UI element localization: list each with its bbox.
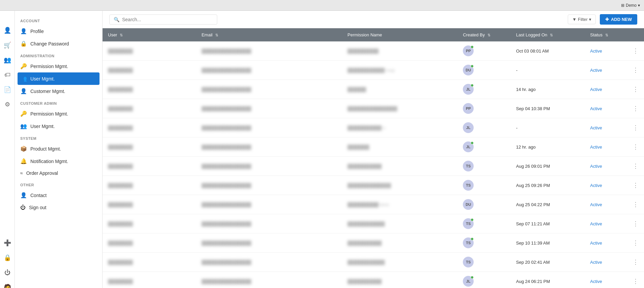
- user-email: ████████████████: [201, 183, 251, 188]
- cell-user: ████████: [103, 80, 196, 99]
- cell-action[interactable]: ⋮: [627, 41, 644, 61]
- add-circle-nav-icon[interactable]: ➕: [1, 237, 13, 249]
- nav-contact[interactable]: 👤 Contact: [15, 189, 102, 201]
- more-options-button[interactable]: ⋮: [633, 105, 639, 112]
- cell-permission: ███████████: [342, 233, 457, 253]
- nav-notification[interactable]: 🔔 Notification Mgmt.: [15, 155, 102, 167]
- sort-lastlogged-icon[interactable]: ⇅: [550, 33, 553, 37]
- nav-custadmin-permission[interactable]: 🔑 Permission Mgmt.: [15, 107, 102, 120]
- cell-action[interactable]: ⋮: [627, 195, 644, 214]
- search-box[interactable]: 🔍: [109, 14, 217, 25]
- doc-nav-icon[interactable]: 📄: [1, 84, 13, 96]
- sort-email-icon[interactable]: ⇅: [215, 33, 218, 37]
- cell-email: ████████████████: [196, 272, 342, 288]
- last-logged-value: Oct 03 08:01 AM: [516, 49, 549, 54]
- cell-action[interactable]: ⋮: [627, 176, 644, 195]
- nav-custadmin-user-label: User Mgmt.: [30, 124, 55, 129]
- table-row: ████████ ████████████████ ███████████ JL…: [103, 272, 644, 288]
- cart-nav-icon[interactable]: 🛒: [1, 39, 13, 51]
- search-input[interactable]: [122, 17, 213, 22]
- cell-last-logged: Aug 25 09:26 PM: [511, 176, 585, 195]
- more-options-button[interactable]: ⋮: [633, 143, 639, 150]
- sort-user-icon[interactable]: ⇅: [120, 33, 123, 37]
- user-email: ████████████████: [201, 49, 251, 54]
- demo-selector[interactable]: ⊞ Demo ▾: [621, 3, 640, 8]
- cell-created-by: DU: [457, 61, 511, 80]
- col-header-action: [627, 28, 644, 41]
- avatar: PP: [463, 45, 474, 56]
- cell-user: ████████: [103, 176, 196, 195]
- more-options-button[interactable]: ⋮: [633, 220, 639, 227]
- badge-nav-icon[interactable]: 🏷: [1, 69, 13, 81]
- nav-custadmin-user[interactable]: 👥 User Mgmt.: [15, 120, 102, 132]
- cell-action[interactable]: ⋮: [627, 137, 644, 157]
- col-header-lastlogged[interactable]: Last Logged On ⇅: [511, 28, 585, 41]
- nav-admin-permission[interactable]: 🔑 Permission Mgmt.: [15, 60, 102, 72]
- online-indicator: [471, 65, 474, 68]
- nav-signout[interactable]: ⏻ Sign out: [15, 201, 102, 214]
- col-header-email[interactable]: Email ⇅: [196, 28, 342, 41]
- more-options-button[interactable]: ⋮: [633, 239, 639, 246]
- permission-name: ████████████: [347, 221, 385, 226]
- last-logged-value: -: [516, 68, 517, 73]
- section-administration: ADMINISTRATION: [15, 50, 102, 60]
- nav-profile[interactable]: 👤 Profile: [15, 25, 102, 37]
- person-nav-icon[interactable]: 🧑: [1, 281, 13, 288]
- status-badge: Active: [590, 145, 602, 150]
- nav-customer-mgmt[interactable]: 👤 Customer Mgmt.: [15, 85, 102, 97]
- cell-action[interactable]: ⋮: [627, 272, 644, 288]
- nav-order-approval[interactable]: ≈ Order Approval: [15, 167, 102, 179]
- user-name: ████████: [108, 49, 133, 54]
- more-options-button[interactable]: ⋮: [633, 278, 639, 285]
- online-indicator: [471, 141, 474, 145]
- cell-action[interactable]: ⋮: [627, 214, 644, 233]
- more-options-button[interactable]: ⋮: [633, 124, 639, 131]
- cell-action[interactable]: ⋮: [627, 157, 644, 176]
- cell-user: ████████: [103, 253, 196, 272]
- nav-customer-mgmt-label: Customer Mgmt.: [30, 89, 65, 94]
- user-email: ████████████████: [201, 221, 251, 226]
- cell-created-by: TS: [457, 176, 511, 195]
- col-header-permission: Permission Name: [342, 28, 457, 41]
- more-options-button[interactable]: ⋮: [633, 201, 639, 208]
- cell-status: Active: [585, 176, 627, 195]
- cell-action[interactable]: ⋮: [627, 80, 644, 99]
- col-header-status[interactable]: Status ⇅: [585, 28, 627, 41]
- user-name: ████████: [108, 183, 133, 188]
- add-new-button[interactable]: ✚ ADD NEW: [600, 14, 637, 25]
- cell-status: Active: [585, 195, 627, 214]
- account-nav-icon[interactable]: 👤: [1, 24, 13, 36]
- more-options-button[interactable]: ⋮: [633, 163, 639, 169]
- cell-action[interactable]: ⋮: [627, 233, 644, 253]
- sort-created-icon[interactable]: ⇅: [487, 33, 491, 37]
- cell-action[interactable]: ⋮: [627, 118, 644, 137]
- table-row: ████████ ████████████████ ██████████ PP …: [103, 41, 644, 61]
- user-name: ████████: [108, 221, 133, 226]
- cell-user: ████████: [103, 99, 196, 118]
- col-header-created[interactable]: Created By ⇅: [457, 28, 511, 41]
- more-options-button[interactable]: ⋮: [633, 259, 639, 265]
- more-options-button[interactable]: ⋮: [633, 86, 639, 93]
- table-row: ████████ ████████████████ ███████████ n …: [103, 118, 644, 137]
- more-options-button[interactable]: ⋮: [633, 67, 639, 73]
- cell-action[interactable]: ⋮: [627, 253, 644, 272]
- cell-action[interactable]: ⋮: [627, 61, 644, 80]
- power-nav-icon[interactable]: ⏻: [1, 266, 13, 279]
- more-options-button[interactable]: ⋮: [633, 47, 639, 54]
- settings-nav-icon[interactable]: ⚙: [1, 98, 13, 110]
- nav-product[interactable]: 📦 Product Mgmt.: [15, 142, 102, 155]
- user-name: ████████: [108, 87, 133, 92]
- sort-status-icon[interactable]: ⇅: [605, 33, 608, 37]
- nav-admin-user[interactable]: 👥 User Mgmt.: [18, 72, 100, 85]
- filter-button[interactable]: ▼ Filter ▾: [568, 14, 596, 24]
- more-options-button[interactable]: ⋮: [633, 182, 639, 189]
- col-header-user[interactable]: User ⇅: [103, 28, 196, 41]
- cell-email: ████████████████: [196, 214, 342, 233]
- users-nav-icon[interactable]: 👥: [1, 54, 13, 66]
- cell-action[interactable]: ⋮: [627, 99, 644, 118]
- filter-icon: ▼: [572, 17, 577, 22]
- lock-nav-icon[interactable]: 🔒: [1, 252, 13, 264]
- avatar: PP: [463, 103, 474, 114]
- status-badge: Active: [590, 87, 602, 92]
- nav-change-password[interactable]: 🔒 Change Password: [15, 37, 102, 50]
